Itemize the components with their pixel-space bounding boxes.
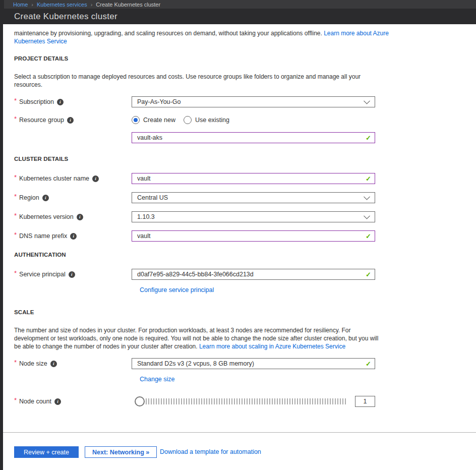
- info-icon[interactable]: i: [54, 398, 61, 405]
- info-icon[interactable]: i: [57, 99, 64, 105]
- radio-selected-icon: [132, 116, 140, 124]
- info-icon[interactable]: i: [70, 233, 77, 240]
- service-principal-label: * Service principal i: [14, 271, 132, 278]
- resource-group-label: * Resource group i: [14, 116, 132, 124]
- required-marker: *: [14, 269, 17, 277]
- node-size-field[interactable]: Standard D2s v3 (2 vcpus, 8 GB memory): [132, 358, 375, 369]
- required-marker: *: [14, 212, 17, 219]
- project-details-description: Select a subscription to manage deployed…: [14, 73, 383, 89]
- next-networking-button[interactable]: Next: Networking »: [85, 446, 157, 458]
- info-icon[interactable]: i: [42, 195, 49, 201]
- section-heading-project-details: PROJECT DETAILS: [14, 55, 68, 62]
- required-marker: *: [14, 97, 17, 104]
- required-marker: *: [14, 396, 17, 404]
- node-size-label: * Node size i: [14, 360, 132, 368]
- download-template-link[interactable]: Download a template for automation: [160, 448, 261, 455]
- valid-check-icon: ✓: [366, 271, 371, 278]
- breadcrumb: Home › Kubernetes services › Create Kube…: [4, 0, 476, 9]
- node-count-row: * Node count i: [14, 396, 375, 407]
- info-icon[interactable]: i: [69, 271, 75, 278]
- kubernetes-version-label: * Kubernetes version i: [14, 213, 132, 221]
- resource-group-row: * Resource group i Create new Use existi…: [14, 115, 375, 125]
- learn-more-scaling-link[interactable]: Learn more about scaling in Azure Kubern…: [199, 343, 345, 350]
- node-count-label: * Node count i: [14, 398, 132, 405]
- configure-service-principal-link[interactable]: Configure service principal: [140, 286, 214, 293]
- region-row: * Region i Central US: [14, 192, 375, 203]
- resource-group-name-row: ✓: [14, 132, 375, 143]
- service-principal-row: * Service principal i ✓: [14, 269, 375, 280]
- slider-track[interactable]: [146, 398, 346, 404]
- valid-check-icon: ✓: [366, 360, 371, 368]
- breadcrumb-current-page: Create Kubernetes cluster: [96, 2, 160, 8]
- intro-text: maintenance by provisioning, upgrading, …: [14, 29, 390, 45]
- breadcrumb-home-link[interactable]: Home: [13, 2, 28, 8]
- required-marker: *: [14, 193, 17, 200]
- valid-check-icon: ✓: [366, 232, 371, 240]
- slider-handle[interactable]: [135, 396, 145, 406]
- node-count-input[interactable]: [355, 396, 375, 407]
- blade-content: maintenance by provisioning, upgrading, …: [3, 24, 476, 470]
- dns-prefix-label: * DNS name prefix i: [14, 232, 132, 240]
- kubernetes-version-row: * Kubernetes version i 1.10.3: [14, 211, 375, 222]
- required-marker: *: [14, 173, 17, 181]
- resource-group-name-input[interactable]: [137, 134, 370, 141]
- required-marker: *: [14, 231, 17, 239]
- valid-check-icon: ✓: [366, 175, 371, 183]
- section-heading-cluster-details: CLUSTER DETAILS: [14, 156, 68, 162]
- resource-group-create-new-radio[interactable]: Create new: [132, 116, 175, 124]
- resource-group-use-existing-radio[interactable]: Use existing: [184, 116, 229, 124]
- chevron-down-icon: [364, 213, 370, 219]
- chevron-right-icon: ›: [91, 2, 93, 8]
- required-marker: *: [14, 359, 17, 366]
- valid-check-icon: ✓: [366, 134, 371, 142]
- page-title: Create Kubernetes cluster: [14, 9, 117, 24]
- subscription-dropdown[interactable]: Pay-As-You-Go: [132, 96, 375, 107]
- kubernetes-version-dropdown[interactable]: 1.10.3: [132, 211, 375, 222]
- region-dropdown[interactable]: Central US: [132, 192, 375, 203]
- info-icon[interactable]: i: [77, 214, 83, 220]
- scale-description: The number and size of nodes in your clu…: [14, 326, 386, 350]
- info-icon[interactable]: i: [67, 117, 74, 124]
- dns-prefix-row: * DNS name prefix i ✓: [14, 230, 375, 242]
- cluster-name-row: * Kubernetes cluster name i ✓: [14, 173, 375, 184]
- node-size-row: * Node size i Standard D2s v3 (2 vcpus, …: [14, 358, 375, 369]
- section-heading-scale: SCALE: [14, 309, 34, 315]
- region-label: * Region i: [14, 194, 132, 202]
- chevron-down-icon: [364, 98, 370, 104]
- node-count-slider: [132, 396, 375, 407]
- review-create-button[interactable]: Review + create: [14, 446, 79, 458]
- info-icon[interactable]: i: [92, 175, 99, 182]
- footer-divider: [3, 432, 476, 433]
- change-size-link[interactable]: Change size: [140, 376, 175, 383]
- info-icon[interactable]: i: [50, 361, 57, 367]
- dns-prefix-input[interactable]: [137, 232, 370, 240]
- section-heading-authentication: AUTHENTICATION: [14, 252, 66, 258]
- chevron-down-icon: [364, 194, 370, 200]
- cluster-name-input[interactable]: [137, 175, 370, 182]
- service-principal-input[interactable]: [137, 271, 370, 278]
- resource-group-name-field-wrap: [132, 132, 375, 143]
- subscription-label: * Subscription i: [14, 98, 132, 106]
- chevron-right-icon: ›: [31, 2, 33, 8]
- cluster-name-label: * Kubernetes cluster name i: [14, 175, 132, 183]
- required-marker: *: [14, 115, 17, 123]
- radio-unselected-icon: [184, 116, 192, 124]
- subscription-row: * Subscription i Pay-As-You-Go: [14, 96, 375, 107]
- breadcrumb-kubernetes-services-link[interactable]: Kubernetes services: [37, 2, 87, 8]
